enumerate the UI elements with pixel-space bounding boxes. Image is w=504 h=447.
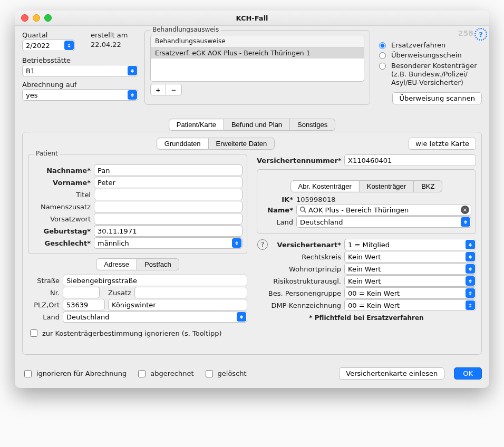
vorname-input[interactable] [94,177,243,188]
versichertenart-select[interactable]: 1 = Mitglied [344,239,476,250]
ik-name-search-input[interactable] [296,204,471,216]
wohnortprinzip-label: Wohnortprinzip [257,265,344,273]
namenszusatz-label: Namenszusatz [33,203,94,211]
strasse-input[interactable] [63,275,247,286]
svg-point-0 [301,207,305,211]
addr-tab-adresse[interactable]: Adresse [96,258,137,270]
radio-label: Überweisungsschein [391,51,462,60]
titel-input[interactable] [94,189,243,200]
geschlecht-label: Geschlecht* [33,239,94,247]
tab-sonstiges[interactable]: Sonstiges [290,119,335,131]
clear-icon[interactable]: ✕ [461,206,469,214]
betriebsstaette-label: Betriebsstätte [22,56,138,64]
ik-value: 105998018 [296,196,471,203]
nachname-label: Nachname* [33,167,94,174]
zusatz-label: Zusatz [108,289,131,297]
abgerechnet-checkbox[interactable]: abgerechnet [136,368,193,379]
ik-land-select[interactable]: Deutschland [296,216,471,228]
nr-input[interactable] [63,287,100,298]
geburtstag-input[interactable] [94,225,243,237]
subtab-erweiterte-daten[interactable]: Erweiterte Daten [209,138,275,150]
plzort-label: PLZ,Ort [28,301,63,309]
radio-besonderer-kostentraeger[interactable]: Besonderer Kostenträger (z.B. Bundesw./P… [376,62,482,88]
vorname-label: Vorname* [33,179,94,187]
ik-label: IK* [261,196,296,203]
geloescht-checkbox[interactable]: gelöscht [203,368,247,379]
main-tabs: Patient/Karte Befund und Plan Sonstiges [22,119,482,131]
rechtskreis-select[interactable]: Kein Wert [344,251,476,263]
pflichtfeld-note: * Pflichtfeld bei Ersatzverfahren [257,314,476,322]
help-icon[interactable]: ? [257,239,268,250]
nachname-input[interactable] [94,164,243,176]
ignore-abrechnung-checkbox[interactable]: ignorieren für Abrechnung [22,368,127,379]
window-title: KCH-Fall [15,14,489,22]
list-item[interactable]: Ersatzverf. eGK AOK Plus - Bereich Thüri… [151,47,364,59]
subtab-grunddaten[interactable]: Grunddaten [157,138,209,150]
vorsatzwort-input[interactable] [94,213,243,225]
geburtstag-label: Geburtstag* [33,227,94,235]
behandlungsausweise-header: Behandlungsausweise [151,35,364,47]
betriebsstaette-select[interactable]: B1 [22,65,138,76]
land-label: Land [28,313,63,321]
strasse-label: Straße [28,277,63,285]
kost-ignore-checkbox[interactable]: zur Kostenträgerbestimmung ignorieren (s… [28,328,247,338]
ik-name-label: Name* [261,206,296,214]
rechtskreis-label: Rechtskreis [257,253,344,261]
land-select[interactable]: Deutschland [63,311,247,323]
quartal-select[interactable]: 2/2022 [22,40,75,51]
ok-button[interactable]: OK [454,367,482,380]
zusatz-input[interactable] [134,287,247,298]
abrechnung-auf-select[interactable]: yes [22,89,138,101]
search-icon [299,206,306,213]
namenszusatz-input[interactable] [94,201,243,212]
erstellt-value: 22.04.22 [91,41,138,48]
wie-letzte-karte-button[interactable]: wie letzte Karte [409,138,476,150]
radio-label: Besonderer Kostenträger (z.B. Bundesw./P… [391,62,477,88]
dmp-select[interactable]: 00 = Kein Wert [344,299,476,311]
scan-ueberweisung-button[interactable]: Überweisung scannen [392,92,482,104]
radio-ersatzverfahren[interactable]: Ersatzverfahren [376,41,482,50]
iktab-kost[interactable]: Kostenträger [360,180,414,192]
geschlecht-select[interactable]: männlich [94,237,243,249]
add-row-button[interactable]: + [150,84,166,95]
versnr-label: Versichertennummer* [257,157,344,164]
wohnortprinzip-select[interactable]: Kein Wert [344,263,476,275]
behandlungsausweise-list[interactable]: Ersatzverf. eGK AOK Plus - Bereich Thüri… [151,47,364,81]
plz-input[interactable] [63,299,105,310]
tab-befund-und-plan[interactable]: Befund und Plan [224,119,290,131]
radio-label: Ersatzverfahren [391,41,445,50]
vorsatzwort-label: Vorsatzwort [33,215,94,223]
ik-land-label: Land [261,218,296,226]
versnr-input[interactable] [344,154,476,166]
nr-label: Nr. [28,289,63,297]
radio-ueberweisungsschein[interactable]: Überweisungsschein [376,51,482,60]
ort-input[interactable] [108,299,247,310]
versichertenart-label: Versichertenart* [268,241,344,249]
erstellt-label: erstellt am [91,31,138,39]
tab-patient-karte[interactable]: Patient/Karte [169,119,224,131]
patient-legend: Patient [34,150,60,157]
addr-tab-postfach[interactable]: Postfach [137,258,179,270]
titlebar: KCH-Fall [15,11,489,26]
titel-label: Titel [33,191,94,199]
abrechnung-auf-label: Abrechnung auf [22,81,138,89]
karte-einlesen-button[interactable]: Versichertenkarte einlesen [339,367,444,380]
iktab-abr[interactable]: Abr. Kostenträger [290,180,360,192]
remove-row-button[interactable]: − [166,84,182,95]
behandlungsausweis-legend: Behandlungsausweis [150,26,221,33]
iktab-bkz[interactable]: BKZ [414,180,442,192]
risiko-select[interactable]: Kein Wert [344,275,476,287]
risiko-label: Risikostrukturausgl. [257,277,344,285]
kost-ignore-label: zur Kostenträgerbestimmung ignorieren (s… [42,329,222,337]
personengruppe-select[interactable]: 00 = Kein Wert [344,287,476,299]
personengruppe-label: Bes. Personengruppe [257,289,344,297]
svg-line-1 [304,211,306,212]
dmp-label: DMP-Kennzeichnung [257,302,344,309]
quartal-label: Quartal [22,31,75,39]
